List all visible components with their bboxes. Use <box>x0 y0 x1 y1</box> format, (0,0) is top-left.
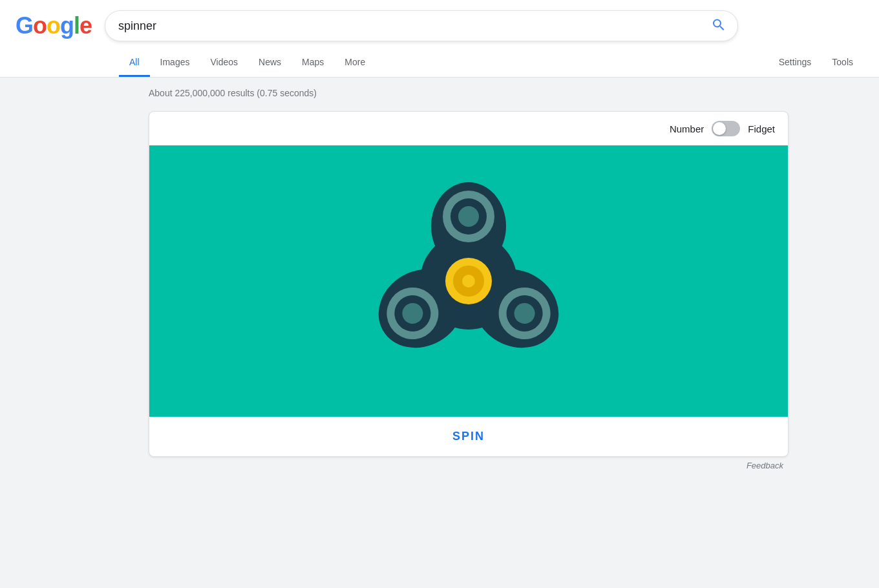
feedback-link[interactable]: Feedback <box>747 461 783 470</box>
feedback-area: Feedback <box>149 457 789 474</box>
logo-letter-l: l <box>74 12 79 39</box>
search-button[interactable] <box>708 15 729 37</box>
tab-tools[interactable]: Tools <box>821 49 863 77</box>
logo-letter-o1: o <box>33 12 47 39</box>
header: Google spinner All Images Videos News Ma… <box>0 0 879 78</box>
svg-point-6 <box>458 206 479 227</box>
main-content: Number Fidget <box>0 103 879 489</box>
nav-tabs: All Images Videos News Maps More Setting… <box>119 49 863 77</box>
spin-button[interactable]: SPIN <box>452 430 485 443</box>
search-input[interactable]: spinner <box>105 10 738 41</box>
spinner-canvas[interactable] <box>149 145 788 417</box>
logo-letter-e: e <box>79 12 92 39</box>
spinner-card-top: Number Fidget <box>149 112 788 145</box>
google-logo: Google <box>16 12 92 39</box>
toggle-fidget-label: Fidget <box>748 123 775 134</box>
tab-maps[interactable]: Maps <box>291 49 334 77</box>
spinner-svg <box>352 165 585 397</box>
tab-more[interactable]: More <box>334 49 376 77</box>
toggle-switch[interactable] <box>712 121 740 136</box>
search-bar-wrapper: spinner <box>105 10 738 41</box>
tab-news[interactable]: News <box>248 49 291 77</box>
spinner-card: Number Fidget <box>149 111 789 457</box>
tab-all[interactable]: All <box>119 49 150 77</box>
header-top: Google spinner <box>16 10 863 41</box>
tab-videos[interactable]: Videos <box>200 49 248 77</box>
spin-button-area: SPIN <box>149 417 788 456</box>
tab-images[interactable]: Images <box>150 49 200 77</box>
svg-point-15 <box>462 275 475 288</box>
results-summary: About 225,000,000 results (0.75 seconds) <box>0 78 879 103</box>
logo-letter-g2: g <box>60 12 74 39</box>
logo-letter-o2: o <box>47 12 60 39</box>
toggle-number-label: Number <box>670 123 704 134</box>
search-icon <box>711 17 726 33</box>
logo-letter-g: G <box>16 12 33 39</box>
nav-right: Settings Tools <box>768 49 863 77</box>
tab-settings[interactable]: Settings <box>768 49 822 77</box>
